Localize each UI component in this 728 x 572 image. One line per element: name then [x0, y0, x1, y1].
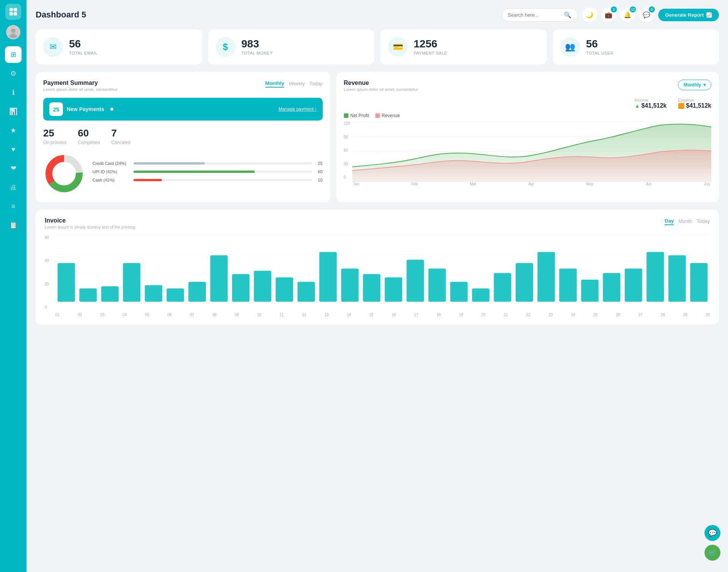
stat-payment-info: 1256 PAYMENT SALE	[414, 39, 447, 55]
stat-email-label: TOTAL EMAIL	[69, 51, 98, 55]
stat-card-email: ✉ 56 TOTAL EMAIL	[36, 30, 202, 64]
sidebar-item-heart2[interactable]: ❤	[5, 160, 22, 177]
money-icon: $	[216, 37, 235, 57]
completed-value: 60	[78, 127, 100, 139]
invoice-bar[interactable]	[363, 274, 380, 302]
chat-button[interactable]: 💬 5	[639, 8, 654, 22]
sidebar-logo[interactable]	[5, 4, 21, 20]
search-bar[interactable]: 🔍	[502, 8, 578, 22]
income-arrow-icon: ▲	[635, 103, 640, 109]
invoice-bar[interactable]	[450, 282, 468, 302]
legend-revenue-label: Revenue	[382, 113, 400, 118]
invoice-bar[interactable]	[276, 277, 293, 302]
invoice-bar[interactable]	[406, 260, 424, 302]
tab-today-payment[interactable]: Today	[309, 80, 323, 87]
invoice-bar[interactable]	[472, 288, 490, 302]
sidebar-item-dashboard[interactable]: ⊞	[5, 46, 22, 63]
legend-net-profit-label: Net Profit	[350, 113, 369, 118]
tab-today-invoice[interactable]: Today	[697, 218, 710, 225]
new-payments-bar: 25 New Payments Manage payment ›	[43, 98, 323, 121]
legend-revenue-dot	[375, 113, 380, 118]
generate-report-button[interactable]: Generate Report 📈	[658, 9, 719, 21]
pbar-upi: UPI ID (41%) 60	[93, 169, 323, 174]
tab-monthly-payment[interactable]: Monthly	[265, 80, 284, 88]
legend-net-profit: Net Profit	[344, 113, 369, 118]
completed-label: Completed	[78, 140, 100, 145]
sidebar: ⊞ ⚙ ℹ 📊 ★ ♥ ❤ 🖨 ≡ 📋	[0, 0, 27, 572]
invoice-bar[interactable]	[341, 269, 359, 302]
sidebar-item-list[interactable]: ≡	[5, 198, 22, 215]
svg-point-4	[11, 28, 16, 33]
invoice-bar[interactable]	[298, 282, 315, 302]
sidebar-item-print[interactable]: 🖨	[5, 179, 22, 196]
tab-day-invoice[interactable]: Day	[665, 217, 674, 225]
income-amount: $41,512k	[642, 102, 667, 109]
pbar-credit: Credit Card (24%) 25	[93, 161, 323, 166]
revenue-area	[352, 150, 711, 182]
stat-money-info: 983 TOTAL MONEY	[242, 39, 273, 55]
legend-net-profit-dot	[344, 113, 348, 118]
revenue-monthly-dropdown[interactable]: Monthly ▾	[678, 80, 711, 90]
tab-month-invoice[interactable]: Month	[678, 218, 692, 225]
pbar-credit-fill	[133, 162, 205, 165]
search-input[interactable]	[508, 12, 561, 18]
sidebar-item-chart[interactable]: 📊	[5, 103, 22, 120]
invoice-bar[interactable]	[79, 288, 97, 302]
expense-amount: $41,512k	[686, 102, 711, 109]
invoice-bar[interactable]	[123, 263, 140, 302]
on-process-value: 25	[43, 127, 66, 139]
invoice-bar[interactable]	[581, 280, 599, 302]
invoice-bar[interactable]	[101, 286, 119, 302]
income-value: ▲ $41,512k	[635, 102, 667, 109]
sidebar-item-star[interactable]: ★	[5, 122, 22, 139]
invoice-bar[interactable]	[232, 274, 249, 302]
invoice-bar[interactable]	[625, 269, 642, 302]
income-stat: Income ▲ $41,512k	[635, 98, 667, 109]
pbar-credit-val: 25	[315, 161, 323, 166]
bell-button[interactable]: 🔔 12	[620, 8, 635, 22]
invoice-bar-chart-svg	[55, 235, 710, 311]
invoice-bar[interactable]	[319, 252, 337, 302]
pbar-credit-label: Credit Card (24%)	[93, 161, 130, 166]
manage-payment-link[interactable]: Manage payment ›	[278, 107, 316, 112]
invoice-bar[interactable]	[166, 288, 184, 302]
invoice-bar[interactable]	[145, 285, 162, 302]
on-process-label: On process	[43, 140, 66, 145]
support-float-button[interactable]: 💬	[704, 525, 720, 541]
revenue-x-labels: Jan Feb Mar Apr May Jun July	[352, 182, 711, 186]
sidebar-item-doc[interactable]: 📋	[5, 217, 22, 234]
invoice-bar[interactable]	[537, 252, 555, 302]
revenue-panel: Revenue Lorem ipsum dolor sit amet, cons…	[336, 72, 719, 202]
sidebar-item-settings[interactable]: ⚙	[5, 65, 22, 82]
metric-completed: 60 Completed	[78, 127, 100, 145]
invoice-bar[interactable]	[58, 263, 75, 302]
invoice-bar[interactable]	[385, 277, 402, 302]
bar-chart-icon: 📈	[706, 12, 712, 18]
revenue-chart-svg-wrap: Jan Feb Mar Apr May Jun July	[352, 121, 711, 186]
user-avatar[interactable]	[6, 25, 20, 39]
sidebar-item-heart[interactable]: ♥	[5, 141, 22, 158]
invoice-bar[interactable]	[210, 255, 228, 302]
invoice-bar[interactable]	[428, 269, 446, 302]
invoice-bar[interactable]	[559, 269, 577, 302]
bell-badge: 12	[630, 6, 636, 13]
sidebar-item-info[interactable]: ℹ	[5, 84, 22, 101]
invoice-bar[interactable]	[646, 252, 664, 302]
wallet-button[interactable]: 💼 2	[601, 8, 616, 22]
pbar-upi-val: 60	[315, 169, 323, 174]
tab-weekly-payment[interactable]: Weekly	[289, 80, 304, 87]
svg-point-5	[9, 34, 17, 38]
invoice-bar[interactable]	[494, 273, 511, 302]
content-row: Payment Summary Lorem ipsum dolor sit am…	[36, 72, 719, 202]
invoice-bar[interactable]	[668, 255, 686, 302]
cart-float-button[interactable]: 🛒	[704, 545, 720, 561]
theme-toggle-button[interactable]: 🌙	[582, 8, 597, 22]
invoice-bar[interactable]	[188, 282, 206, 302]
invoice-bar[interactable]	[690, 263, 708, 302]
invoice-bar[interactable]	[516, 263, 533, 302]
revenue-legend: Net Profit Revenue	[344, 113, 711, 118]
invoice-bar[interactable]	[254, 271, 271, 302]
float-buttons: 💬 🛒	[704, 525, 720, 561]
invoice-bar[interactable]	[603, 273, 620, 302]
svg-rect-1	[14, 8, 17, 11]
